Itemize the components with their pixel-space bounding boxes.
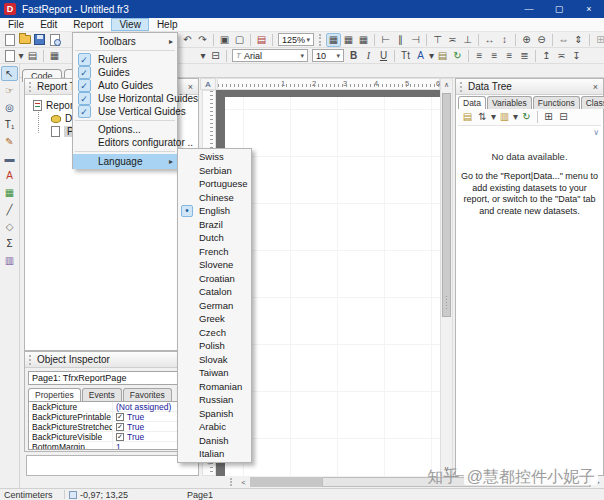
language-item-catalon[interactable]: Catalon: [178, 285, 251, 299]
property-row-backpicturevisible[interactable]: BackPictureVisible✓True: [29, 432, 194, 442]
menu-report[interactable]: Report: [65, 18, 111, 31]
align-text-middle-icon[interactable]: ≍: [554, 49, 569, 63]
report-page[interactable]: [225, 97, 440, 476]
maximize-button[interactable]: ▢: [544, 0, 574, 18]
expand-items-icon[interactable]: ⊞: [541, 110, 556, 124]
view-menu-item-options[interactable]: Options...: [73, 123, 177, 136]
language-item-polish[interactable]: Polish: [178, 339, 251, 353]
language-item-dutch[interactable]: Dutch: [178, 231, 251, 245]
checkbox-icon[interactable]: ✓: [116, 423, 124, 431]
align-text-bottom-icon[interactable]: ↧: [569, 49, 584, 63]
language-item-italian[interactable]: Italian: [178, 447, 251, 461]
align-bottom-edges-icon[interactable]: ⊥: [460, 33, 475, 47]
font-settings-icon[interactable]: Tt: [398, 49, 413, 63]
scroll-left-icon[interactable]: <: [237, 476, 250, 488]
group-icon[interactable]: ▣: [217, 33, 232, 47]
hand-tool-icon[interactable]: ☞: [1, 83, 18, 98]
same-height-icon[interactable]: ⇕: [571, 33, 586, 47]
show-grid-icon[interactable]: ▦: [326, 33, 341, 47]
language-item-russian[interactable]: Russian: [178, 393, 251, 407]
close-icon[interactable]: ×: [593, 82, 598, 92]
inspector-tab-favorites[interactable]: Favorites: [123, 388, 172, 401]
language-item-romanian[interactable]: Romanian: [178, 380, 251, 394]
new-report-icon[interactable]: [2, 33, 17, 47]
property-row-backpicture[interactable]: BackPicture(Not assigned): [29, 402, 194, 412]
new-folder-icon[interactable]: ▥: [497, 110, 512, 124]
font-color-arrow-icon[interactable]: ▾: [428, 49, 435, 63]
center-horizontally-icon[interactable]: ⊕: [519, 33, 534, 47]
menu-help[interactable]: Help: [149, 18, 186, 31]
checkbox-icon[interactable]: ✓: [116, 433, 124, 441]
chart-object-icon[interactable]: ▥: [1, 253, 18, 268]
snap-to-grid-icon[interactable]: ▦: [341, 33, 356, 47]
minimize-button[interactable]: —: [514, 0, 544, 18]
align-text-top-icon[interactable]: ↥: [539, 49, 554, 63]
menu-edit[interactable]: Edit: [32, 18, 65, 31]
align-top-edges-icon[interactable]: ⊤: [430, 33, 445, 47]
close-icon[interactable]: ×: [188, 82, 193, 92]
view-menu-item-guides[interactable]: ✓Guides: [73, 66, 177, 79]
chevron-down-icon[interactable]: ∨: [593, 128, 599, 137]
language-item-portuguese[interactable]: Portuguese: [178, 177, 251, 191]
font-name-select[interactable]: TArial▾: [232, 49, 308, 62]
vertical-scrollbar[interactable]: ∧ ∨: [440, 78, 453, 476]
horizontal-ruler[interactable]: 123456: [217, 78, 440, 90]
folder-arrow-icon[interactable]: ▾: [512, 110, 519, 124]
same-width-icon[interactable]: ⇔: [556, 33, 571, 47]
view-menu-item-toolbars[interactable]: Toolbars▸: [73, 34, 177, 48]
space-vertically-icon[interactable]: ↕: [497, 33, 512, 47]
language-item-danish[interactable]: Danish: [178, 434, 251, 448]
collapse-items-icon[interactable]: ⊟: [556, 110, 571, 124]
inspector-tab-properties[interactable]: Properties: [28, 388, 81, 401]
text-rotation-icon[interactable]: ↻: [450, 49, 465, 63]
align-h-centers-icon[interactable]: ∥: [393, 33, 408, 47]
align-text-center-icon[interactable]: ≡: [487, 49, 502, 63]
undo-icon[interactable]: ↶: [180, 33, 195, 47]
systext-object-icon[interactable]: A: [1, 168, 18, 183]
size-to-grid-icon[interactable]: ▦: [356, 33, 371, 47]
save-report-icon[interactable]: [32, 33, 47, 47]
language-item-czech[interactable]: Czech: [178, 326, 251, 340]
new-page-arrow-icon[interactable]: ▾: [17, 49, 25, 63]
italic-button[interactable]: I: [361, 49, 376, 63]
center-vertically-icon[interactable]: ⊖: [534, 33, 549, 47]
menu-file[interactable]: File: [0, 18, 32, 31]
align-right-edges-icon[interactable]: ⊣: [408, 33, 423, 47]
inspector-tab-events[interactable]: Events: [82, 388, 122, 401]
object-selector[interactable]: Page1: TfrxReportPage: [28, 371, 195, 385]
page-settings-icon[interactable]: ▦: [47, 49, 62, 63]
language-item-german[interactable]: German: [178, 299, 251, 313]
close-button[interactable]: ×: [574, 0, 604, 18]
dataset-icon[interactable]: ▤: [460, 110, 475, 124]
language-item-english[interactable]: •English: [178, 204, 251, 218]
shape-object-icon[interactable]: ◇: [1, 219, 18, 234]
zoom-select[interactable]: 125%▾: [278, 33, 314, 46]
property-row-bottommargin[interactable]: BottomMargin1: [29, 442, 194, 450]
preview-report-icon[interactable]: [47, 33, 62, 47]
view-menu-item-language[interactable]: Language▸: [73, 154, 177, 169]
font-color-icon[interactable]: A: [413, 49, 428, 63]
align-text-left-icon[interactable]: ≡: [472, 49, 487, 63]
format-painter-icon[interactable]: ✎: [1, 134, 18, 149]
language-item-slovak[interactable]: Slovak: [178, 353, 251, 367]
align-v-centers-icon[interactable]: ≍: [445, 33, 460, 47]
menu-view[interactable]: View: [111, 18, 149, 31]
property-row-backpictureprintable[interactable]: BackPicturePrintable✓True: [29, 412, 194, 422]
frame-settings-icon[interactable]: ⊟: [208, 49, 223, 63]
datatree-tab-variables[interactable]: Variables: [487, 96, 532, 109]
language-item-swiss[interactable]: Swiss: [178, 150, 251, 164]
open-report-icon[interactable]: [17, 33, 32, 47]
language-item-brazil[interactable]: Brazil: [178, 218, 251, 232]
datatree-tab-classes[interactable]: Classes: [581, 96, 604, 109]
language-item-greek[interactable]: Greek: [178, 312, 251, 326]
bold-button[interactable]: B: [346, 49, 361, 63]
frame-style-arrow-icon[interactable]: ▾: [198, 49, 208, 63]
sum-object-icon[interactable]: Σ: [1, 236, 18, 251]
checkbox-icon[interactable]: ✓: [116, 413, 124, 421]
language-item-croatian[interactable]: Croatian: [178, 272, 251, 286]
language-item-arabic[interactable]: Arabic: [178, 420, 251, 434]
corner-button[interactable]: A: [200, 78, 216, 90]
sort-order-icon[interactable]: ⇅: [475, 110, 490, 124]
picture-object-icon[interactable]: ▦: [1, 185, 18, 200]
ungroup-icon[interactable]: ▢: [232, 33, 247, 47]
